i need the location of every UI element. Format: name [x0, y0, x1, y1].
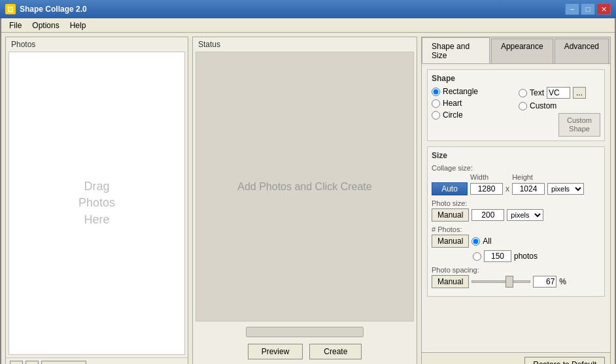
- height-col-label: Height: [512, 173, 533, 181]
- status-panel: Status Add Photos and Click Create Previ…: [192, 37, 417, 364]
- custom-shape-label: Custom Shape: [567, 116, 592, 133]
- photo-size-manual-button[interactable]: Manual: [432, 208, 469, 222]
- spacing-slider[interactable]: [471, 280, 530, 283]
- main-window: File Options Help Photos Drag Photos Her…: [0, 18, 616, 364]
- all-photos-label: All: [483, 237, 491, 246]
- tabs: Shape and Size Appearance Advanced: [422, 37, 610, 64]
- custom-radio[interactable]: [519, 102, 527, 110]
- collage-auto-button[interactable]: Auto: [432, 182, 468, 195]
- collage-size-row: Auto x pixels inches cm: [432, 182, 600, 195]
- menu-help[interactable]: Help: [65, 20, 92, 31]
- tab-shape-size[interactable]: Shape and Size: [422, 37, 490, 63]
- photos-unit-label: photos: [514, 252, 538, 261]
- status-preview-area: Add Photos and Click Create: [196, 52, 414, 322]
- add-photo-button[interactable]: +: [10, 361, 23, 364]
- window-controls: − □ ✕: [565, 3, 611, 15]
- num-photos-count-row: photos: [432, 250, 600, 262]
- photo-spacing-row: Manual %: [432, 275, 600, 288]
- spacing-value-input[interactable]: [533, 276, 556, 288]
- shape-section-title: Shape: [432, 74, 600, 83]
- count-photos-radio[interactable]: [473, 252, 481, 261]
- photo-size-input[interactable]: [471, 209, 504, 221]
- custom-label: Custom: [530, 101, 556, 110]
- main-content: Photos Drag Photos Here + − Clear List 0…: [1, 33, 615, 364]
- photo-size-units-select[interactable]: pixels inches cm: [507, 209, 543, 221]
- num-photos-label: # Photos:: [432, 225, 462, 233]
- x-separator: x: [505, 184, 509, 193]
- custom-shape-box[interactable]: Custom Shape: [558, 113, 600, 137]
- shape-section: Shape Rectangle Heart: [427, 69, 605, 141]
- rectangle-radio-row: Rectangle: [432, 87, 513, 96]
- app-icon: 🖼: [5, 4, 16, 14]
- photos-footer: + − Clear List 0 Photos: [6, 357, 188, 364]
- close-button[interactable]: ✕: [596, 3, 611, 15]
- text-radio[interactable]: [519, 89, 527, 97]
- restore-default-button[interactable]: Restore to Default: [524, 357, 605, 364]
- add-photos-hint: Add Photos and Click Create: [237, 181, 371, 193]
- size-section-title: Size: [432, 151, 600, 160]
- bottom-bar: Restore to Default: [422, 352, 610, 364]
- menu-bar: File Options Help: [1, 18, 615, 33]
- num-photos-input[interactable]: [484, 250, 511, 262]
- circle-radio-row: Circle: [432, 110, 513, 120]
- text-label: Text: [530, 88, 544, 97]
- remove-photo-button[interactable]: −: [26, 361, 39, 364]
- rectangle-label: Rectangle: [443, 87, 478, 96]
- tab-appearance[interactable]: Appearance: [491, 39, 553, 63]
- text-shape-input[interactable]: [547, 87, 570, 99]
- photo-size-label: Photo size:: [432, 199, 467, 207]
- text-radio-row: Text ...: [519, 87, 600, 99]
- status-actions: Preview Create: [193, 340, 417, 362]
- size-section: Size Collage size: Width Height: [427, 146, 605, 297]
- photo-size-row: Manual pixels inches cm: [432, 208, 600, 222]
- menu-options[interactable]: Options: [27, 20, 64, 31]
- circle-radio[interactable]: [432, 111, 440, 120]
- width-col-label: Width: [470, 173, 488, 181]
- right-panel: Shape and Size Appearance Advanced Shape…: [421, 37, 611, 364]
- rectangle-radio[interactable]: [432, 88, 440, 96]
- num-photos-manual-button[interactable]: Manual: [432, 235, 469, 248]
- collage-width-input[interactable]: [470, 183, 503, 195]
- create-button[interactable]: Create: [309, 344, 362, 359]
- collage-size-label: Collage size:: [432, 164, 473, 172]
- heart-radio-row: Heart: [432, 99, 513, 108]
- spacing-slider-container: [471, 280, 530, 283]
- minimize-button[interactable]: −: [565, 3, 579, 15]
- progress-bar-area: [193, 324, 417, 340]
- drag-photos-hint: Drag Photos Here: [78, 178, 115, 228]
- tab-content: Shape Rectangle Heart: [422, 64, 610, 352]
- menu-file[interactable]: File: [4, 20, 27, 31]
- custom-radio-row: Custom: [519, 101, 600, 110]
- spacing-percent-label: %: [559, 277, 566, 286]
- photo-spacing-manual-button[interactable]: Manual: [432, 275, 469, 288]
- num-photos-row: Manual All: [432, 235, 600, 248]
- collage-units-select[interactable]: pixels inches cm: [547, 183, 584, 195]
- preview-button[interactable]: Preview: [248, 344, 303, 359]
- tab-advanced[interactable]: Advanced: [555, 39, 609, 63]
- photo-spacing-label: Photo spacing:: [432, 266, 479, 274]
- status-panel-title: Status: [193, 37, 417, 52]
- clear-list-button[interactable]: Clear List: [41, 361, 86, 364]
- photos-drop-area[interactable]: Drag Photos Here: [9, 52, 185, 355]
- heart-label: Heart: [443, 99, 462, 108]
- browse-text-button[interactable]: ...: [573, 87, 586, 99]
- maximize-button[interactable]: □: [581, 3, 595, 15]
- progress-bar: [246, 327, 364, 337]
- heart-radio[interactable]: [432, 99, 440, 108]
- collage-height-input[interactable]: [512, 183, 545, 195]
- title-bar: 🖼 Shape Collage 2.0 − □ ✕: [0, 0, 616, 18]
- photos-panel: Photos Drag Photos Here + − Clear List 0…: [5, 37, 188, 364]
- app-title: Shape Collage 2.0: [20, 5, 87, 14]
- circle-label: Circle: [443, 110, 463, 120]
- photos-panel-title: Photos: [6, 37, 188, 52]
- all-photos-radio[interactable]: [471, 237, 480, 246]
